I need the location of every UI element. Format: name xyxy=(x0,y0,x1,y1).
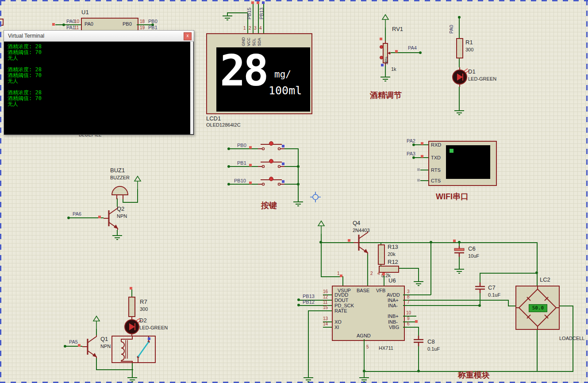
buzzer-icon[interactable] xyxy=(110,181,130,199)
lcd-pin-sda: SDA xyxy=(257,38,261,46)
wire xyxy=(459,18,460,38)
wifi-pin-rxd: RXD xyxy=(431,142,441,147)
ground-icon xyxy=(453,266,465,275)
pushbutton-pb0[interactable] xyxy=(258,142,284,152)
net-label-pa0: PA0 xyxy=(449,25,454,34)
junction-dot xyxy=(412,143,415,146)
pushbutton-pb1[interactable] xyxy=(258,159,284,170)
resistor-r13[interactable] xyxy=(378,244,385,265)
lcd-pin-number-4: 4 xyxy=(259,26,262,31)
resistor-r1[interactable] xyxy=(456,38,463,58)
sheet-border-right xyxy=(586,0,588,383)
u6-pin-number-2: 2 xyxy=(370,271,373,276)
d2-ref: D2 xyxy=(139,317,147,324)
ground-icon xyxy=(453,107,465,116)
capacitor-c7[interactable] xyxy=(475,282,485,293)
u1-pin-number-18: 18 xyxy=(140,19,145,24)
terminal-scrollbar[interactable] xyxy=(190,42,193,134)
wire xyxy=(96,329,97,335)
close-icon[interactable]: x xyxy=(184,32,192,40)
wire xyxy=(132,361,133,375)
pin-marker xyxy=(381,64,384,66)
led-d2[interactable] xyxy=(123,317,141,337)
wire xyxy=(418,346,419,372)
pin-marker xyxy=(249,182,252,184)
wire xyxy=(559,306,573,306)
pin-marker xyxy=(249,164,252,166)
wire xyxy=(398,268,419,269)
u6-pin-avdd: AVDD xyxy=(387,292,400,298)
ground-icon xyxy=(358,374,370,383)
virtual-terminal-window[interactable]: Virtual Terminal x 酒精浓度: 28 酒精阈值: 70 无人 … xyxy=(4,30,194,135)
r12-ref: R12 xyxy=(388,259,398,265)
lcd-ref: LCD1 xyxy=(206,115,221,122)
d1-model: LED-GREEN xyxy=(468,76,496,81)
schematic-sheet: U1 PA0 PB0 PA0 10 PA1 11 18 PB0 19 PB1 B… xyxy=(0,0,588,383)
power-arrow-icon xyxy=(317,221,325,234)
lcd-unit-bottom: 100ml xyxy=(269,84,302,97)
u6-pin-rate: RATE xyxy=(334,308,347,313)
capacitor-c6[interactable] xyxy=(454,246,465,257)
q2-ref: Q2 xyxy=(117,205,124,212)
junction-dot xyxy=(297,183,300,186)
net-label-pa6: PA6 xyxy=(73,211,81,217)
pin-marker xyxy=(282,180,284,183)
u6-pin-xo: XO xyxy=(334,319,342,325)
rv1-value: 1k xyxy=(391,66,396,72)
led-d1[interactable] xyxy=(451,67,469,87)
r1-value: 300 xyxy=(465,47,473,52)
wire xyxy=(418,268,419,279)
buz1-model: BUZZER xyxy=(110,175,130,180)
u6-pin-pdsck: PD_SCK xyxy=(334,303,354,308)
wire xyxy=(459,87,460,107)
wire xyxy=(308,310,309,375)
net-label-pa2: PA2 xyxy=(407,138,415,143)
pin-marker xyxy=(421,155,423,158)
wire xyxy=(537,243,538,286)
resistor-r12[interactable] xyxy=(379,266,399,273)
u6-ref: U6 xyxy=(388,277,396,284)
u6-pin-number-16: 16 xyxy=(323,289,328,294)
junction-dot xyxy=(478,304,481,307)
net-label-pb10: PB10 xyxy=(234,178,246,183)
u6-pin-inb-plus: INB+ xyxy=(388,313,399,319)
u1-net-pa1: PA1 xyxy=(66,25,75,30)
u6-pin-number-7: 7 xyxy=(407,300,410,305)
wire xyxy=(131,290,132,297)
u6-pin-number-9: 9 xyxy=(407,316,410,321)
power-arrow-icon xyxy=(92,316,100,329)
wifi-pin-cts: CTS xyxy=(431,178,441,183)
ground-icon xyxy=(292,198,304,207)
r13-ref: R13 xyxy=(388,244,398,250)
capacitor-c8[interactable] xyxy=(413,336,424,346)
origin-marker-icon xyxy=(309,191,322,203)
pnp-transistor-q4[interactable] xyxy=(354,231,371,254)
net-label-pa5: PA5 xyxy=(69,339,78,344)
net-label-pa4: PA4 xyxy=(408,45,417,50)
wire xyxy=(508,306,515,306)
pin-marker xyxy=(348,239,350,242)
u6-pin-number-13: 13 xyxy=(323,316,328,321)
pin-marker xyxy=(52,23,55,26)
u1-ref: U1 xyxy=(81,9,89,15)
resistor-r7[interactable] xyxy=(128,297,135,317)
u6-pin-number-5: 5 xyxy=(366,344,369,349)
u6-pin-dout: DOUT xyxy=(334,298,348,303)
junction-dot xyxy=(297,304,300,306)
pin-marker xyxy=(340,275,342,277)
u6-pin-ina-minus: INA- xyxy=(388,303,398,308)
pin-marker xyxy=(251,1,254,4)
rv1-percent: 26% xyxy=(384,57,388,65)
u6-pin-number-1: 1 xyxy=(337,271,340,276)
wifi-pin-rts: RTS xyxy=(431,167,441,173)
wire xyxy=(403,305,480,306)
junction-dot xyxy=(297,298,300,301)
terminal-titlebar[interactable]: Virtual Terminal x xyxy=(4,31,194,42)
pushbutton-pb10[interactable] xyxy=(258,177,284,188)
u6-pin-number-15: 15 xyxy=(323,305,328,310)
wire xyxy=(459,58,460,67)
pin-marker xyxy=(98,216,101,218)
q1-model: NPN xyxy=(100,344,111,349)
u1-pin-number-19: 19 xyxy=(140,25,145,30)
npn-transistor-q1[interactable] xyxy=(82,335,100,358)
